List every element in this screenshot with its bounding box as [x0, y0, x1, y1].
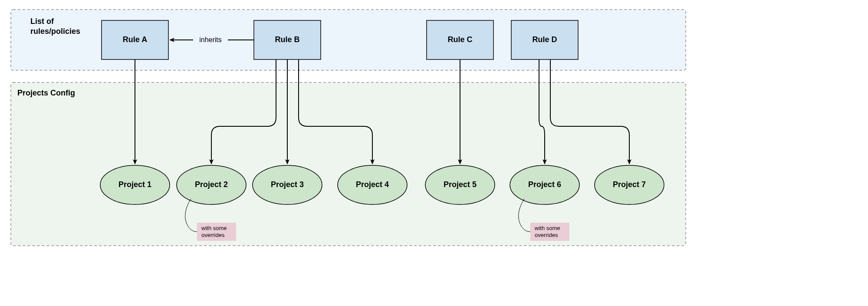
label-rule-d: Rule D [532, 35, 557, 44]
note-override-project-2-line2: overrides [201, 232, 225, 238]
note-override-project-6-line1: with some [534, 225, 560, 231]
label-rule-a: Rule A [123, 35, 147, 44]
label-project-5: Project 5 [444, 180, 477, 189]
label-rule-b: Rule B [275, 35, 299, 44]
label-project-4: Project 4 [356, 180, 389, 189]
label-project-2: Project 2 [195, 180, 228, 189]
label-project-3: Project 3 [271, 180, 304, 189]
region-projects [11, 82, 686, 246]
edge-inherits-label: inherits [199, 36, 222, 43]
region-rules-title-line1: List of [30, 17, 54, 26]
region-projects-title: Projects Config [17, 89, 75, 97]
diagram-canvas: List of rules/policies Projects Config R… [0, 0, 868, 306]
label-project-6: Project 6 [528, 180, 561, 189]
note-override-project-6-line2: overrides [535, 232, 558, 238]
label-project-1: Project 1 [118, 180, 151, 189]
label-rule-c: Rule C [447, 35, 472, 44]
label-project-7: Project 7 [613, 180, 646, 189]
region-rules-title-line2: rules/policies [30, 27, 80, 36]
note-override-project-2-line1: with some [201, 225, 227, 231]
